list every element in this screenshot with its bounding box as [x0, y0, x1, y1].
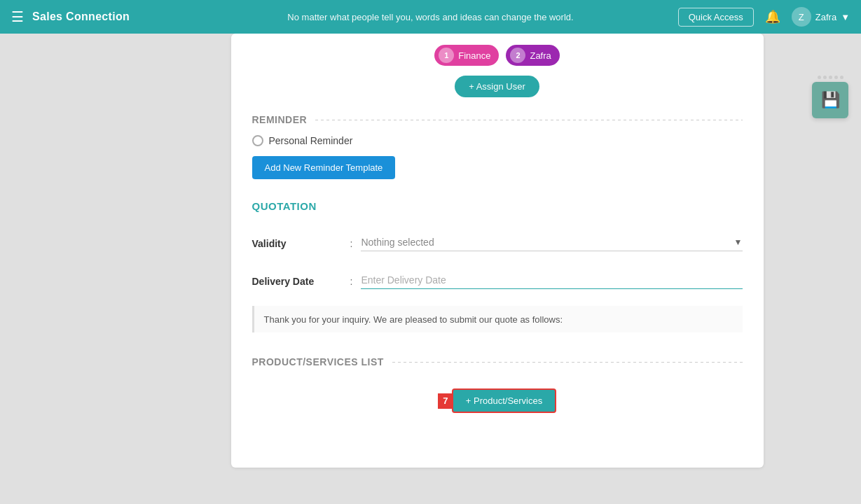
validity-select[interactable]: Nothing selected ▼ — [361, 237, 742, 251]
delivery-colon: : — [350, 276, 353, 287]
dot-5 — [840, 76, 843, 79]
quick-access-button[interactable]: Quick Access — [678, 8, 754, 27]
content-area: 1 Finance 2 Zafra + Assign User REMINDER — [0, 34, 861, 504]
avatar: Z — [792, 7, 811, 27]
user-menu[interactable]: Z Zafra ▼ — [792, 7, 850, 27]
save-button-widget[interactable]: 💾 — [812, 82, 848, 118]
dot-3 — [829, 76, 832, 79]
personal-reminder-radio[interactable] — [252, 135, 263, 146]
validity-row: Validity : Nothing selected ▼ — [252, 230, 743, 257]
quotation-section-header: QUOTATION — [252, 190, 743, 230]
delivery-date-field[interactable] — [361, 274, 742, 289]
pill-label-finance: Finance — [458, 50, 490, 61]
product-divider — [392, 362, 743, 363]
assign-area: 1 Finance 2 Zafra + Assign User — [231, 34, 764, 104]
delivery-date-label: Delivery Date — [252, 276, 350, 287]
right-widget: 💾 — [809, 76, 851, 118]
hamburger-menu-icon[interactable]: ☰ — [11, 8, 24, 25]
top-navigation: ☰ Sales Connection No matter what people… — [0, 0, 861, 34]
pill-number-zafra: 2 — [510, 48, 525, 63]
quotation-section-title: QUOTATION — [252, 200, 317, 212]
reminder-section-header: REMINDER — [231, 104, 764, 132]
pill-number-finance: 1 — [439, 48, 454, 63]
notification-icon[interactable]: 🔔 — [765, 9, 780, 24]
validity-field[interactable]: Nothing selected ▼ — [361, 237, 742, 251]
user-pill-zafra: 2 Zafra — [506, 45, 559, 66]
topnav-motto: No matter what people tell you, words an… — [287, 12, 573, 22]
quote-text: Thank you for your inquiry. We are pleas… — [264, 314, 563, 325]
product-section-header: PRODUCT/SERVICES LIST — [231, 346, 764, 374]
add-product-container: 7 + Product/Services — [438, 388, 556, 413]
reminder-divider — [315, 120, 742, 120]
pill-label-zafra: Zafra — [530, 50, 551, 61]
quotation-section: QUOTATION Validity : Nothing selected ▼ — [231, 190, 764, 332]
quote-text-box: Thank you for your inquiry. We are pleas… — [252, 306, 743, 332]
reminder-section-title: REMINDER — [252, 114, 308, 125]
chevron-down-icon: ▼ — [734, 237, 743, 247]
save-icon: 💾 — [821, 91, 840, 109]
delivery-date-row: Delivery Date : — [252, 268, 743, 295]
user-pills: 1 Finance 2 Zafra — [434, 45, 560, 66]
reminder-body: Personal Reminder Add New Reminder Templ… — [231, 132, 764, 190]
user-name-label: Zafra — [815, 12, 836, 22]
add-template-button[interactable]: Add New Reminder Template — [252, 156, 396, 179]
widget-dots — [818, 76, 843, 79]
validity-colon: : — [350, 238, 353, 249]
delivery-date-input[interactable] — [361, 274, 742, 289]
main-area: 1 Finance 2 Zafra + Assign User REMINDER — [0, 34, 861, 504]
chevron-down-icon: ▼ — [841, 12, 850, 22]
product-body: 7 + Product/Services — [231, 374, 764, 427]
dot-2 — [823, 76, 827, 79]
user-pill-finance: 1 Finance — [434, 45, 499, 66]
personal-reminder-label: Personal Reminder — [269, 135, 353, 146]
brand-logo: Sales Connection — [32, 10, 130, 23]
dot-4 — [834, 76, 838, 79]
product-section: PRODUCT/SERVICES LIST 7 + Product/Servic… — [231, 346, 764, 427]
assign-user-button[interactable]: + Assign User — [455, 76, 539, 97]
step-badge: 7 — [438, 393, 453, 409]
validity-label: Validity — [252, 238, 350, 249]
personal-reminder-row: Personal Reminder — [252, 135, 743, 146]
validity-placeholder: Nothing selected — [361, 237, 733, 248]
dot-1 — [818, 76, 821, 79]
add-product-button[interactable]: + Product/Services — [452, 388, 556, 413]
form-card: 1 Finance 2 Zafra + Assign User REMINDER — [231, 34, 764, 468]
product-section-title: PRODUCT/SERVICES LIST — [252, 356, 384, 368]
